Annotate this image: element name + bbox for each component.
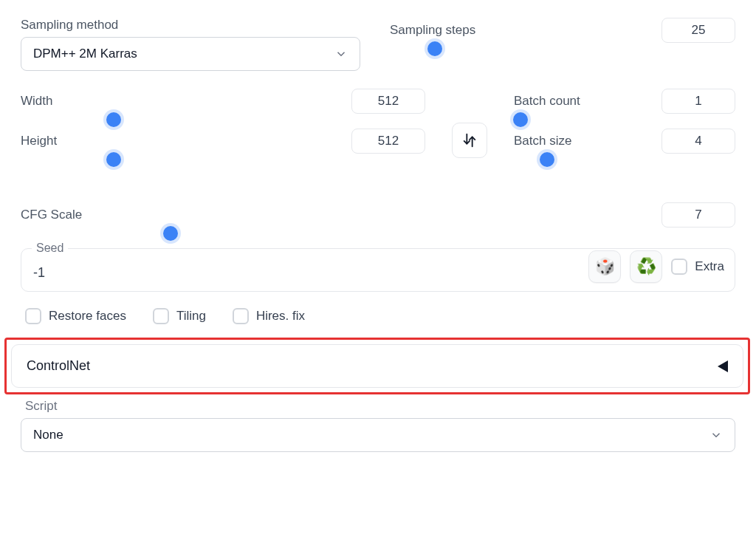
- controlnet-highlight: ControlNet: [4, 338, 750, 394]
- cfg-scale-value[interactable]: 7: [662, 202, 735, 228]
- cfg-scale-label: CFG Scale: [21, 208, 82, 222]
- script-label: Script: [25, 399, 735, 414]
- batch-count-value[interactable]: 1: [662, 89, 735, 114]
- checkbox-icon: [233, 308, 249, 324]
- script-value: None: [33, 428, 63, 442]
- swap-icon: [461, 132, 478, 148]
- width-value[interactable]: 512: [351, 89, 425, 114]
- seed-label: Seed: [32, 242, 68, 254]
- hires-fix-checkbox[interactable]: Hires. fix: [233, 308, 305, 324]
- tiling-label: Tiling: [176, 309, 206, 324]
- height-value[interactable]: 512: [351, 129, 425, 154]
- recycle-icon: ♻️: [636, 257, 656, 276]
- chevron-down-icon: [709, 428, 723, 442]
- hires-fix-label: Hires. fix: [256, 309, 305, 324]
- width-label: Width: [21, 94, 52, 109]
- tiling-checkbox[interactable]: Tiling: [153, 308, 206, 324]
- chevron-down-icon: [334, 47, 348, 61]
- batch-size-label: Batch size: [514, 134, 571, 148]
- extra-label: Extra: [695, 259, 724, 274]
- sampling-steps-value[interactable]: 25: [662, 18, 735, 43]
- script-select[interactable]: None: [21, 418, 735, 452]
- sampling-method-value: DPM++ 2M Karras: [33, 47, 137, 61]
- swap-dimensions-button[interactable]: [452, 123, 487, 158]
- seed-random-button[interactable]: 🎲: [588, 250, 621, 283]
- seed-reuse-button[interactable]: ♻️: [630, 250, 662, 283]
- sampling-method-select[interactable]: DPM++ 2M Karras: [21, 37, 360, 71]
- sampling-method-label: Sampling method: [21, 18, 360, 33]
- checkbox-icon: [153, 308, 169, 324]
- checkbox-icon: [671, 259, 687, 275]
- checkbox-icon: [25, 308, 41, 324]
- dice-icon: 🎲: [595, 257, 615, 276]
- seed-input[interactable]: -1: [32, 264, 580, 284]
- controlnet-label: ControlNet: [27, 358, 90, 374]
- sampling-steps-label: Sampling steps: [390, 23, 475, 38]
- height-label: Height: [21, 134, 57, 148]
- batch-size-value[interactable]: 4: [662, 129, 735, 154]
- extra-checkbox[interactable]: Extra: [671, 259, 724, 275]
- batch-count-label: Batch count: [514, 94, 580, 109]
- restore-faces-checkbox[interactable]: Restore faces: [25, 308, 126, 324]
- controlnet-accordion[interactable]: ControlNet: [11, 344, 743, 388]
- collapse-icon: [718, 360, 728, 372]
- restore-faces-label: Restore faces: [49, 309, 126, 324]
